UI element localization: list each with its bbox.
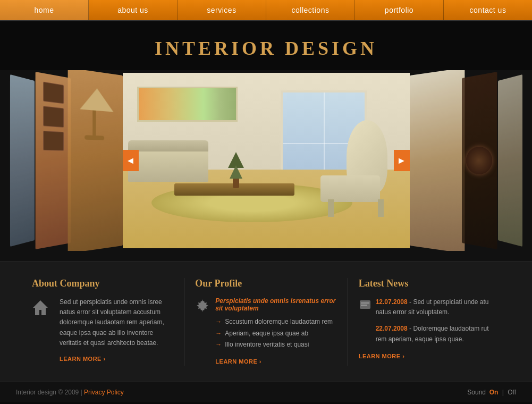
nav-home[interactable]: home: [0, 0, 89, 20]
profile-list: Sccustum doloremque laudaotam rem Aperia…: [215, 316, 336, 351]
sound-separator: |: [502, 389, 504, 396]
slide-panel-far-left: [10, 74, 34, 247]
news-learn-more[interactable]: LEARN MORE ›: [359, 353, 405, 359]
news-item-2: 22.07.2008 - Doloremque laudaotam rut re…: [359, 324, 500, 344]
slider-container: ◄ ►: [0, 70, 532, 251]
svg-rect-3: [361, 302, 369, 304]
nav-portfolio[interactable]: portfolio: [355, 0, 444, 20]
footer-copyright: Interior design © 2009 | Privacy Policy: [16, 389, 124, 396]
nav-services[interactable]: services: [178, 0, 266, 20]
about-column: About Company Sed ut perspiciatis unde o…: [21, 278, 184, 366]
profile-heading: Perspiciatis unde omnis isrenatus error …: [215, 297, 336, 312]
slide-panel-left1: [67, 70, 122, 251]
nav-collections[interactable]: collections: [266, 0, 355, 20]
slider-prev-button[interactable]: ◄: [123, 150, 139, 171]
news-column: Latest News 12.07.2008 - Sed ut perspici…: [348, 278, 511, 366]
room-plant: [226, 152, 246, 183]
nav-contact[interactable]: contact us: [444, 0, 532, 20]
slide-panel-left2: [35, 72, 70, 249]
slide-panel-far-right: [498, 74, 522, 247]
bottom-section: About Company Sed ut perspiciatis unde o…: [0, 262, 532, 382]
footer: Interior design © 2009 | Privacy Policy …: [0, 382, 532, 402]
news-icon-1: [359, 298, 371, 317]
gear-icon: [195, 298, 210, 317]
slider-section: ◄ ►: [0, 70, 532, 262]
house-icon: [32, 299, 49, 321]
profile-column: Our Profile Perspiciatis unde omnis isre…: [184, 278, 348, 366]
slide-panel-right1: [410, 70, 465, 251]
svg-marker-0: [33, 300, 48, 315]
main-navigation: home about us services collections portf…: [0, 0, 532, 21]
about-title: About Company: [32, 278, 173, 289]
slide-center: ◄ ►: [123, 73, 410, 248]
news-title: Latest News: [359, 278, 500, 289]
slider-next-button[interactable]: ►: [394, 150, 410, 171]
news-date-1: 12.07.2008: [376, 298, 408, 306]
room-sofa: [128, 150, 208, 181]
svg-rect-4: [361, 305, 367, 306]
profile-item-1: Sccustum doloremque laudaotam rem: [215, 316, 336, 328]
about-learn-more[interactable]: LEARN MORE ›: [60, 356, 106, 362]
hero-title: INTERIOR DESIGN: [0, 21, 532, 70]
room-artwork: [137, 87, 238, 122]
slide-panel-right2: [462, 72, 497, 249]
about-text: Sed ut perspiciatis unde omnis isree nat…: [60, 297, 173, 348]
privacy-policy-link[interactable]: Privacy Policy: [84, 389, 124, 396]
nav-about[interactable]: about us: [89, 0, 178, 20]
news-item-1: 12.07.2008 - Sed ut perspiciati unde atu…: [359, 297, 500, 317]
sound-on-button[interactable]: On: [489, 389, 499, 396]
news-date-2: 22.07.2008: [376, 325, 408, 332]
profile-title: Our Profile: [195, 278, 336, 289]
sound-control: Sound On | Off: [467, 389, 516, 396]
profile-learn-more[interactable]: LEARN MORE ›: [215, 358, 261, 365]
news-icon-2: [359, 325, 371, 344]
profile-item-2: Aperiam, eaque ipsa quae ab: [215, 328, 336, 340]
profile-item-3: Illo inventore veritatis et quasi: [215, 339, 336, 351]
sound-off-button[interactable]: Off: [508, 389, 516, 396]
sound-label: Sound: [467, 389, 486, 396]
